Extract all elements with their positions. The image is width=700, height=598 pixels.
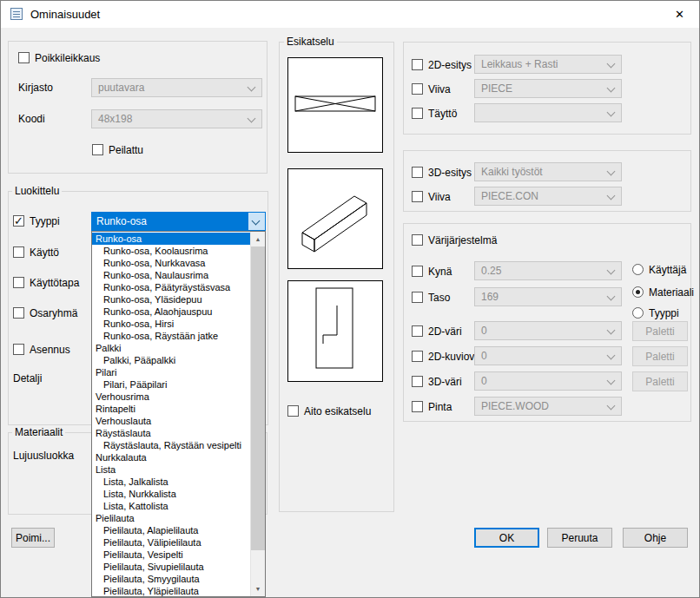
2d-viiva-checkbox[interactable]: Viiva <box>412 82 451 95</box>
checkbox-box <box>412 351 423 362</box>
koodi-select[interactable]: 48x198 <box>91 109 262 128</box>
tyyppi-combobox[interactable]: Runko-osa <box>91 212 266 231</box>
checkbox-box <box>412 401 423 412</box>
2d-vari-value: 0 <box>481 325 487 337</box>
kayttotapa-checkbox[interactable]: Käyttötapa <box>13 276 79 289</box>
taso-checkbox[interactable]: Taso <box>412 291 450 304</box>
pinta-checkbox[interactable]: Pinta <box>412 400 452 413</box>
close-icon[interactable]: ✕ <box>660 1 699 28</box>
dropdown-item[interactable]: Palkki, Pääpalkki <box>92 354 250 366</box>
dropdown-item[interactable]: Pielilauta, Yläpielilauta <box>92 585 250 596</box>
paletti-button-3d[interactable]: Paletti <box>632 371 688 391</box>
dropdown-item[interactable]: Lista, Jalkalista <box>92 476 250 488</box>
3d-vari-select[interactable]: 0 <box>474 371 622 391</box>
dropdown-item[interactable]: Pielilauta, Alapielilauta <box>92 524 250 536</box>
dropdown-item[interactable]: Verhousrima <box>92 391 250 403</box>
taytto-select[interactable] <box>474 103 622 122</box>
tyyppi-checkbox[interactable]: Tyyppi <box>13 214 60 227</box>
osaryhma-checkbox[interactable]: Osaryhmä <box>13 306 77 319</box>
dropdown-item[interactable]: Rintapelti <box>92 403 250 415</box>
radio-circle-selected <box>632 286 644 298</box>
radio-tyyppi[interactable]: Tyyppi <box>632 306 679 319</box>
scrollbar-thumb[interactable] <box>251 246 265 550</box>
dropdown-item[interactable]: Pielilauta, Sivupielilauta <box>92 561 250 573</box>
chevron-down-icon[interactable] <box>248 213 265 230</box>
radio-tyyppi-label: Tyyppi <box>649 307 679 319</box>
2d-viiva-select[interactable]: PIECE <box>474 79 622 98</box>
peilattu-checkbox[interactable]: Peilattu <box>92 143 143 156</box>
dropdown-item[interactable]: Pielilauta <box>92 512 250 524</box>
3d-viiva-label: Viiva <box>428 191 451 203</box>
paletti-button-2d-pattern[interactable]: Paletti <box>632 346 688 366</box>
preview-end-view <box>287 280 383 382</box>
kyna-select[interactable]: 0.25 <box>474 261 622 280</box>
3d-viiva-select[interactable]: PIECE.CON <box>474 187 622 206</box>
scroll-up-icon[interactable]: ▲ <box>251 232 265 246</box>
3d-esitys-select[interactable]: Kaikki työstöt <box>474 162 622 181</box>
dropdown-item[interactable]: Pielilauta, Välipielilauta <box>92 536 250 549</box>
peruuta-button[interactable]: Peruuta <box>547 528 612 548</box>
3d-viiva-checkbox[interactable]: Viiva <box>412 190 451 203</box>
pinta-select[interactable]: PIECE.WOOD <box>474 397 622 416</box>
dropdown-item[interactable]: Pielilauta, Smyygilauta <box>92 573 250 585</box>
taso-select[interactable]: 169 <box>474 287 622 306</box>
2d-vari-checkbox[interactable]: 2D-väri <box>412 325 462 338</box>
taytto-checkbox[interactable]: Täyttö <box>412 107 457 120</box>
radio-materiaali-label: Materiaali <box>649 286 694 299</box>
scroll-down-icon[interactable]: ▼ <box>251 582 265 596</box>
kirjasto-select[interactable]: puutavara <box>91 78 262 97</box>
dropdown-item[interactable]: Räystäslauta, Räystään vesipelti <box>92 439 250 451</box>
app-icon <box>10 8 23 20</box>
2d-esitys-label: 2D-esitys <box>428 59 472 71</box>
detalji-label: Detalji <box>13 372 42 384</box>
properties-dialog: Ominaisuudet ✕ Poikkileikkaus Kirjasto p… <box>0 0 700 598</box>
dropdown-item[interactable]: Pilari <box>92 366 250 378</box>
poikkileikkaus-checkbox[interactable]: Poikkileikkaus <box>18 51 100 64</box>
2d-vari-select[interactable]: 0 <box>474 321 622 340</box>
2d-esitys-checkbox[interactable]: 2D-esitys <box>412 58 472 71</box>
dropdown-item[interactable]: Lista, Nurkkalista <box>92 488 250 500</box>
asennus-checkbox[interactable]: Asennus <box>13 343 70 356</box>
checkbox-box <box>287 405 299 417</box>
aito-esikatselu-checkbox[interactable]: Aito esikatselu <box>287 404 371 417</box>
3d-vari-checkbox[interactable]: 3D-väri <box>412 375 462 388</box>
dropdown-item[interactable]: Runko-osa, Alaohjauspuu <box>92 306 250 318</box>
dropdown-item[interactable]: Palkki <box>92 342 250 354</box>
dropdown-item[interactable]: Lista, Kattolista <box>92 500 250 512</box>
3d-esitys-checkbox[interactable]: 3D-esitys <box>412 166 472 179</box>
2d-esitys-select[interactable]: Leikkaus + Rasti <box>474 55 622 74</box>
paletti-button-2d[interactable]: Paletti <box>632 321 688 341</box>
dropdown-item[interactable]: Runko-osa, Yläsidepuu <box>92 293 250 306</box>
dropdown-item[interactable]: Runko-osa, Koolausrima <box>92 245 250 257</box>
radio-kayttaja[interactable]: Käyttäjä <box>632 263 686 276</box>
2d-kuviovari-select[interactable]: 0 <box>474 346 622 365</box>
kyna-checkbox[interactable]: Kynä <box>412 265 452 278</box>
dropdown-item[interactable]: Runko-osa, Päätyräystäsvasa <box>92 281 250 293</box>
dropdown-item[interactable]: Nurkkalauta <box>92 451 250 463</box>
dropdown-item[interactable]: Pilari, Pääpilari <box>92 378 250 391</box>
2d-kuviovari-value: 0 <box>481 350 487 362</box>
poimi-button[interactable]: Poimi... <box>11 528 55 548</box>
radio-materiaali[interactable]: Materiaali <box>632 286 694 299</box>
dropdown-item[interactable]: Lista <box>92 463 250 476</box>
ok-button[interactable]: OK <box>474 528 539 548</box>
kaytto-checkbox[interactable]: Käyttö <box>13 246 59 259</box>
2d-vari-label: 2D-väri <box>428 325 462 338</box>
dropdown-item[interactable]: Runko-osa, Nurkkavasa <box>92 257 250 269</box>
varijarjestelma-checkbox[interactable]: Värijärjestelmä <box>412 233 497 246</box>
dropdown-item[interactable]: Runko-osa <box>92 233 250 245</box>
scrollbar[interactable]: ▲ ▼ <box>250 232 265 596</box>
osaryhma-label: Osaryhmä <box>30 307 77 319</box>
dropdown-item[interactable]: Verhouslauta <box>92 415 250 427</box>
esikatselu-title: Esikatselu <box>284 36 337 48</box>
dropdown-item[interactable]: Räystäslauta <box>92 427 250 439</box>
peilattu-label: Peilattu <box>109 144 143 156</box>
ohje-button[interactable]: Ohje <box>623 528 688 548</box>
taso-value: 169 <box>481 291 499 303</box>
dropdown-item[interactable]: Runko-osa, Hirsi <box>92 318 250 330</box>
checkbox-box <box>412 59 423 70</box>
dropdown-item[interactable]: Pielilauta, Vesipelti <box>92 549 250 561</box>
2d-esitys-value: Leikkaus + Rasti <box>481 58 558 70</box>
dropdown-item[interactable]: Runko-osa, Naulausrima <box>92 269 250 281</box>
dropdown-item[interactable]: Runko-osa, Räystään jatke <box>92 330 250 342</box>
